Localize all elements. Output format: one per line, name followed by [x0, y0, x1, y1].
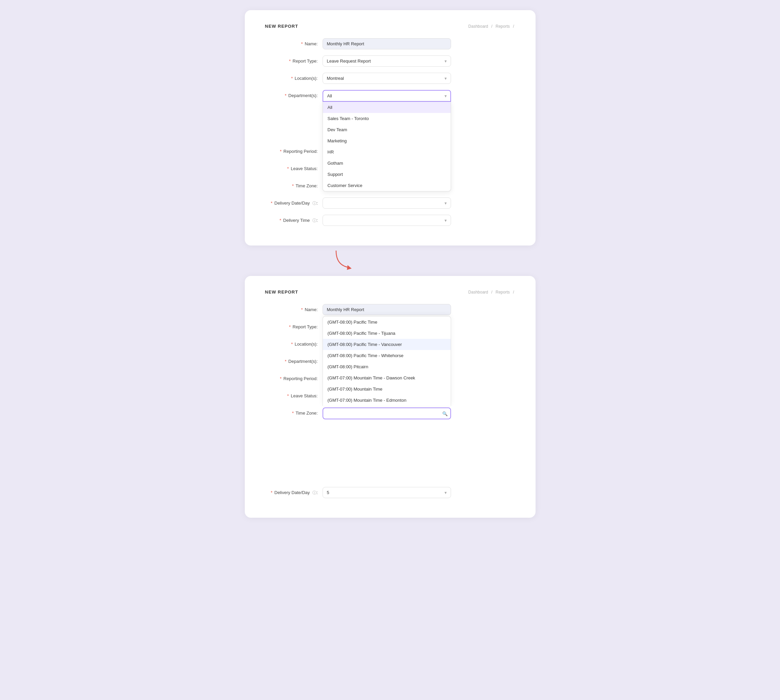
- department-option-hr[interactable]: HR: [323, 147, 451, 158]
- department-option-sales[interactable]: Sales Team - Toronto: [323, 113, 451, 124]
- delivery-date-select[interactable]: [323, 197, 451, 208]
- department-option-customer[interactable]: Customer Service: [323, 180, 451, 191]
- breadcrumb-reports: Reports: [496, 24, 510, 29]
- leave-status-label: * Leave Status:: [265, 163, 323, 171]
- report-type-field: Leave Request Report ▼: [323, 55, 451, 67]
- new-report-card-2: NEW REPORT Dashboard / Reports / * Name:…: [245, 276, 535, 518]
- new-report-card-1: NEW REPORT Dashboard / Reports / * Name:…: [245, 10, 535, 245]
- location-label: * Location(s):: [265, 73, 323, 81]
- tz-option-mountain[interactable]: (GMT-07:00) Mountain Time: [323, 383, 451, 395]
- card1-header: NEW REPORT Dashboard / Reports /: [265, 24, 515, 29]
- c2-delivery-date-label: * Delivery Date/Day ⓘ:: [265, 487, 323, 496]
- card2-title: NEW REPORT: [265, 290, 298, 295]
- report-type-select-wrapper: Leave Request Report ▼: [323, 55, 451, 67]
- c2-name-input[interactable]: [323, 304, 451, 315]
- department-option-all[interactable]: All: [323, 102, 451, 113]
- card2-header: NEW REPORT Dashboard / Reports /: [265, 290, 515, 295]
- department-option-support[interactable]: Support: [323, 169, 451, 180]
- c2-delivery-date-field: 5 ▼: [323, 487, 451, 498]
- location-select[interactable]: Montreal: [323, 73, 451, 84]
- c2-timezone-label: * Time Zone:: [265, 407, 323, 416]
- department-option-gotham[interactable]: Gotham: [323, 158, 451, 169]
- tz-option-pacific[interactable]: (GMT-08:00) Pacific Time: [323, 317, 451, 328]
- department-row: * Department(s): All ▼ All Sales Team - …: [265, 90, 515, 102]
- c2-department-label: * Department(s):: [265, 356, 323, 364]
- location-field: Montreal ▼: [323, 73, 451, 84]
- breadcrumb-sep1: /: [491, 24, 493, 29]
- breadcrumb2-sep2: /: [513, 290, 514, 295]
- timezone-label: * Time Zone:: [265, 180, 323, 188]
- name-field: [323, 38, 451, 49]
- report-type-row: * Report Type: Leave Request Report ▼: [265, 55, 515, 67]
- c2-name-label: * Name:: [265, 304, 323, 312]
- c2-location-label: * Location(s):: [265, 338, 323, 347]
- tz-option-pacific-tijuana[interactable]: (GMT-08:00) Pacific Time - Tijuana: [323, 328, 451, 339]
- department-select-wrapper: All ▼ All Sales Team - Toronto Dev Team …: [323, 90, 451, 102]
- c2-delivery-date-select[interactable]: 5: [323, 487, 451, 498]
- tz-option-pacific-vancouver[interactable]: (GMT-08:00) Pacific Time - Vancouver: [323, 339, 451, 350]
- breadcrumb2-reports: Reports: [496, 290, 510, 295]
- name-label: * Name:: [265, 38, 323, 46]
- delivery-date-select-wrapper: ▼: [323, 197, 451, 208]
- c2-timezone-field: (GMT-08:00) Pacific Time (GMT-08:00) Pac…: [323, 407, 451, 419]
- timezone-search-wrapper: 🔍: [323, 407, 451, 419]
- card2-breadcrumb: Dashboard / Reports /: [467, 290, 515, 295]
- location-select-wrapper: Montreal ▼: [323, 73, 451, 84]
- tz-option-mountain-dawson[interactable]: (GMT-07:00) Mountain Time - Dawson Creek: [323, 372, 451, 383]
- report-type-label: * Report Type:: [265, 55, 323, 63]
- c2-delivery-date-select-wrapper: 5 ▼: [323, 487, 451, 498]
- department-field: All ▼ All Sales Team - Toronto Dev Team …: [323, 90, 451, 102]
- name-row: * Name:: [265, 38, 515, 49]
- department-select[interactable]: All: [323, 90, 451, 102]
- department-label: * Department(s):: [265, 90, 323, 98]
- card1-title: NEW REPORT: [265, 24, 298, 29]
- department-dropdown-menu: All Sales Team - Toronto Dev Team Market…: [323, 102, 451, 192]
- arrow-connector: [245, 249, 535, 273]
- reporting-period-label: * Reporting Period:: [265, 146, 323, 154]
- c2-report-type-label: * Report Type:: [265, 321, 323, 329]
- c2-leave-status-label: * Leave Status:: [265, 390, 323, 398]
- breadcrumb-dashboard: Dashboard: [468, 24, 488, 29]
- name-input[interactable]: [323, 38, 451, 49]
- breadcrumb-sep2: /: [513, 24, 514, 29]
- timezone-dropdown-menu: (GMT-08:00) Pacific Time (GMT-08:00) Pac…: [323, 316, 451, 406]
- c2-timezone-row: * Time Zone: (GMT-08:00) Pacific Time (G…: [265, 407, 515, 419]
- delivery-time-label: * Delivery Time ⓘ:: [265, 215, 323, 223]
- report-type-select[interactable]: Leave Request Report: [323, 55, 451, 67]
- delivery-time-select[interactable]: [323, 215, 451, 226]
- department-option-dev[interactable]: Dev Team: [323, 124, 451, 135]
- card1-breadcrumb: Dashboard / Reports /: [467, 24, 515, 29]
- timezone-search-input[interactable]: [323, 407, 451, 419]
- svg-marker-0: [347, 265, 352, 270]
- timezone-search-icon: 🔍: [442, 411, 448, 416]
- delivery-time-field: ▼: [323, 215, 451, 226]
- delivery-date-label: * Delivery Date/Day ⓘ:: [265, 197, 323, 206]
- delivery-date-row: * Delivery Date/Day ⓘ: ▼: [265, 197, 515, 208]
- arrow-down-right-icon: [333, 249, 353, 273]
- c2-delivery-date-row: * Delivery Date/Day ⓘ: 5 ▼: [265, 487, 515, 498]
- breadcrumb2-dashboard: Dashboard: [468, 290, 488, 295]
- tz-option-mountain-edmonton[interactable]: (GMT-07:00) Mountain Time - Edmonton: [323, 395, 451, 406]
- c2-name-row: * Name:: [265, 304, 515, 315]
- delivery-time-row: * Delivery Time ⓘ: ▼: [265, 215, 515, 226]
- delivery-time-select-wrapper: ▼: [323, 215, 451, 226]
- tz-option-pacific-whitehorse[interactable]: (GMT-08:00) Pacific Time - Whitehorse: [323, 350, 451, 361]
- breadcrumb2-sep1: /: [491, 290, 493, 295]
- c2-name-field: [323, 304, 451, 315]
- department-option-marketing[interactable]: Marketing: [323, 135, 451, 147]
- location-row: * Location(s): Montreal ▼: [265, 73, 515, 84]
- delivery-date-field: ▼: [323, 197, 451, 208]
- c2-reporting-period-label: * Reporting Period:: [265, 373, 323, 381]
- tz-option-pitcairn[interactable]: (GMT-08:00) Pitcairn: [323, 361, 451, 372]
